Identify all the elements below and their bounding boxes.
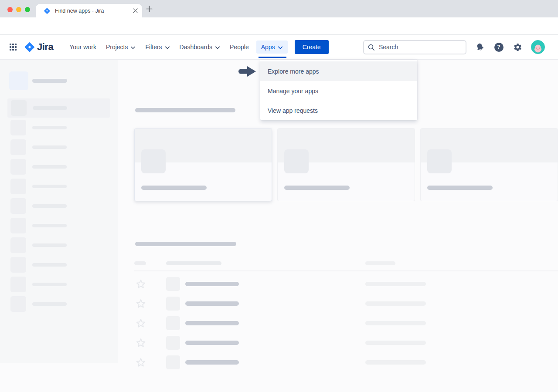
row-name-placeholder <box>185 341 239 345</box>
row-name-placeholder <box>185 321 239 325</box>
card-title-placeholder <box>427 186 493 190</box>
skeleton-icon-placeholder <box>10 218 26 233</box>
sidebar-project-name-placeholder <box>32 79 67 83</box>
row-value-placeholder <box>365 282 426 286</box>
nav-item-projects[interactable]: Projects <box>101 41 141 54</box>
sidebar-skeleton-item <box>0 159 118 175</box>
app-card-skeleton <box>134 128 272 201</box>
chevron-down-icon <box>165 46 170 50</box>
row-icon-placeholder <box>166 316 180 330</box>
skeleton-icon-placeholder <box>10 257 26 273</box>
nav-item-your-work[interactable]: Your work <box>65 41 101 54</box>
nav-item-dashboards[interactable]: Dashboards <box>175 41 225 54</box>
sidebar-selected-item-skeleton <box>7 98 110 118</box>
tab-close-icon[interactable] <box>133 8 138 13</box>
favorite-star-icon[interactable] <box>135 357 146 370</box>
skeleton-text-placeholder <box>33 106 67 110</box>
jira-logo[interactable]: Jira <box>24 41 53 53</box>
favorite-star-icon[interactable] <box>135 298 146 311</box>
skeleton-text-placeholder <box>32 145 67 149</box>
table-divider <box>134 270 558 271</box>
jira-navbar: Jira Your work Projects Filters Dashboar… <box>0 35 558 60</box>
browser-tab-strip: Find new apps - Jira <box>0 0 558 17</box>
card-title-placeholder <box>284 186 350 190</box>
app-switcher-icon[interactable] <box>10 44 17 51</box>
skeleton-text-placeholder <box>32 204 67 208</box>
sidebar-skeleton-item <box>0 120 118 135</box>
chevron-down-icon <box>278 46 283 50</box>
row-value-placeholder <box>365 360 426 365</box>
card-icon-placeholder <box>427 149 452 173</box>
settings-gear-icon[interactable] <box>512 42 523 52</box>
table-row-skeleton <box>0 353 558 372</box>
skeleton-icon-placeholder <box>11 100 27 116</box>
window-close-button[interactable] <box>7 7 13 12</box>
table-header-skeleton <box>365 261 395 265</box>
favorite-star-icon[interactable] <box>135 337 146 350</box>
row-icon-placeholder <box>166 355 180 369</box>
row-value-placeholder <box>365 301 426 306</box>
sidebar-skeleton-item <box>0 139 118 155</box>
skeleton-icon-placeholder <box>10 198 26 214</box>
card-icon-placeholder <box>284 149 309 173</box>
table-header-skeleton <box>134 261 146 265</box>
page-content: Explore more apps Manage your apps View … <box>0 60 558 392</box>
jira-favicon-icon <box>44 7 51 14</box>
row-name-placeholder <box>185 360 239 365</box>
nav-item-filters[interactable]: Filters <box>140 41 174 54</box>
new-tab-button[interactable] <box>146 5 153 13</box>
skeleton-text-placeholder <box>32 126 67 129</box>
row-icon-placeholder <box>166 277 180 291</box>
section-title-skeleton <box>135 108 235 112</box>
skeleton-text-placeholder <box>32 185 67 188</box>
chevron-down-icon <box>130 46 136 50</box>
favorite-star-icon[interactable] <box>135 278 146 291</box>
chevron-down-icon <box>215 46 220 50</box>
window-zoom-button[interactable] <box>25 7 30 12</box>
browser-tab[interactable]: Find new apps - Jira <box>36 4 142 17</box>
skeleton-text-placeholder <box>32 224 67 227</box>
skeleton-icon-placeholder <box>10 179 26 194</box>
sidebar-project-icon-placeholder <box>9 71 28 90</box>
table-header-skeleton <box>166 261 221 265</box>
table-row-skeleton <box>0 333 558 353</box>
sidebar-skeleton-item <box>0 237 118 253</box>
window-controls <box>7 7 30 12</box>
notifications-bell-icon[interactable] <box>473 41 487 54</box>
menu-item-view-app-requests[interactable]: View app requests <box>260 101 417 120</box>
app-card-skeleton <box>420 128 558 201</box>
card-title-placeholder <box>141 186 207 190</box>
favorite-star-icon[interactable] <box>135 318 146 331</box>
menu-item-explore-more-apps[interactable]: Explore more apps <box>260 61 417 81</box>
table-row-skeleton <box>0 314 558 333</box>
nav-item-apps[interactable]: Apps <box>256 41 288 54</box>
jira-logo-text: Jira <box>37 41 53 53</box>
row-icon-placeholder <box>166 336 180 350</box>
skeleton-text-placeholder <box>32 243 67 247</box>
tab-title: Find new apps - Jira <box>55 8 133 14</box>
row-name-placeholder <box>185 301 239 306</box>
skeleton-icon-placeholder <box>10 139 26 155</box>
row-value-placeholder <box>365 321 426 325</box>
skeleton-icon-placeholder <box>10 159 26 175</box>
browser-window: Find new apps - Jira production.jira-dev… <box>0 0 558 392</box>
menu-item-manage-your-apps[interactable]: Manage your apps <box>260 81 417 101</box>
sidebar-skeleton-item <box>0 198 118 214</box>
create-button[interactable]: Create <box>295 40 329 54</box>
app-cards-skeleton <box>134 128 558 201</box>
jira-logo-icon <box>24 41 35 53</box>
skeleton-icon-placeholder <box>10 120 26 135</box>
user-avatar[interactable] <box>531 40 545 54</box>
pointer-arrow-icon <box>238 66 256 79</box>
sidebar-skeleton-item <box>0 179 118 194</box>
section-title-skeleton <box>135 242 236 246</box>
skeleton-text-placeholder <box>32 263 67 267</box>
nav-item-people[interactable]: People <box>225 41 254 54</box>
search-input[interactable] <box>363 40 466 54</box>
browser-toolbar: production.jira-dev.siteurl.com <box>0 17 558 35</box>
window-minimize-button[interactable] <box>16 7 21 12</box>
apps-dropdown-menu: Explore more apps Manage your apps View … <box>260 60 417 120</box>
navbar-right-icons: ? <box>475 40 545 54</box>
help-icon[interactable]: ? <box>493 42 504 52</box>
row-icon-placeholder <box>166 297 180 311</box>
